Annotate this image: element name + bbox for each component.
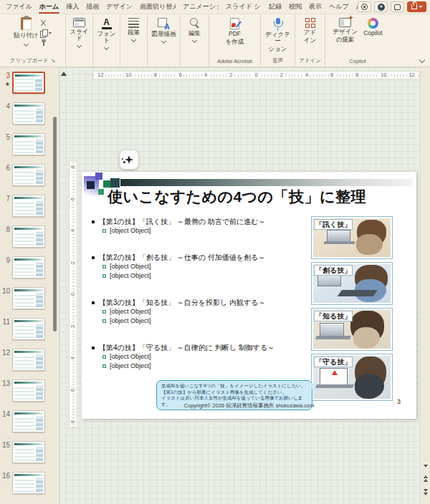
slide-thumbnail-item[interactable]: 12 xyxy=(0,349,52,371)
scroll-down-button[interactable] xyxy=(421,461,430,470)
comments-button[interactable] xyxy=(391,1,404,12)
slide-thumbnail[interactable] xyxy=(12,287,45,309)
ruler-number: 0 xyxy=(70,293,76,296)
slide-thumbnail-item[interactable]: 4 xyxy=(0,102,52,125)
bullet-heading-row: 【第1の技】「訊く技」 ～最善の 助言で前に進む～ xyxy=(92,217,311,226)
menu-tab[interactable]: デザイン xyxy=(102,0,136,14)
slide-menu-button[interactable]: スライド xyxy=(66,17,92,48)
bullet-heading: 【第2の技】「創る技」 ～仕事の 付加価値を創る～ xyxy=(99,253,265,262)
illustration-card-shiru[interactable]: 「知る技」 xyxy=(311,308,393,351)
menu-tab[interactable]: 校閲 xyxy=(285,0,305,14)
create-pdf-button[interactable]: PDF を作成 xyxy=(224,17,246,46)
slide-thumbnail[interactable] xyxy=(12,379,45,402)
sparkle-dot-icon xyxy=(123,161,125,163)
slide-number: 10 xyxy=(2,287,10,295)
slide-thumbnail-item[interactable]: 3 ★ xyxy=(0,72,52,94)
slide-thumbnail-item[interactable]: 15 xyxy=(0,441,52,463)
menu-tab[interactable]: ファイル xyxy=(2,0,36,14)
slide-number-column: 8 xyxy=(0,226,12,233)
menu-tab[interactable]: スライド ショー xyxy=(222,0,265,14)
copyright-footer: Copyright© 2026 宿澤経営情報事務所 shukuzawa.com xyxy=(82,402,416,410)
slide-thumbnail-item[interactable]: 16 xyxy=(0,472,52,494)
slide-title[interactable]: 使いこなすための4つの「技」に整理 xyxy=(108,187,411,207)
dialog-launcher-button[interactable]: ↘ xyxy=(50,58,55,64)
ribbon-collapse-chevron-icon[interactable] xyxy=(419,57,425,63)
slide-thumbnail-item[interactable]: 13 xyxy=(0,379,52,402)
slide-body-text[interactable]: 【第1の技】「訊く技」 ～最善の 助言で前に進む～ [object Object… xyxy=(92,217,311,388)
paragraph-menu-button[interactable]: 段落 xyxy=(126,17,141,42)
drawing-menu-button[interactable]: 図形描画 xyxy=(150,17,178,44)
slide-thumbnail[interactable] xyxy=(12,410,45,432)
menu-tab[interactable]: 表示 xyxy=(305,0,325,14)
slide-thumbnail-item[interactable]: 6 xyxy=(0,164,52,186)
slide-number-column: 3 ★ xyxy=(0,72,12,88)
slide-thumbnail[interactable] xyxy=(12,441,45,463)
slide-thumbnail[interactable] xyxy=(12,195,45,217)
thumbnail-preview-art xyxy=(36,324,43,338)
menu-tab[interactable]: 記録 xyxy=(265,0,285,14)
record-button[interactable] xyxy=(358,1,371,12)
sub-bullet-list: [object Object] [object Object] xyxy=(92,352,311,371)
sub-bullet-text: [object Object] xyxy=(110,226,151,236)
thumbnail-preview-art xyxy=(36,294,43,307)
menu-tab[interactable]: ホーム xyxy=(36,0,62,14)
copilot-canvas-button[interactable] xyxy=(120,150,138,169)
illustration-card-kiku[interactable]: 「訊く技」 xyxy=(311,216,393,259)
addins-button[interactable]: アド イン xyxy=(302,17,317,44)
slide-thumbnail[interactable] xyxy=(12,226,45,248)
slide-thumbnail-item[interactable]: 14 xyxy=(0,410,52,432)
paste-button[interactable]: 貼り付け xyxy=(14,17,38,46)
cameo-button[interactable] xyxy=(374,1,388,12)
slide-thumbnail[interactable] xyxy=(12,349,45,371)
illustration-card-mamoru[interactable]: 「守る技」 xyxy=(311,354,393,401)
illustration-card-tsukuru[interactable]: 「創る技」 xyxy=(311,262,393,305)
slide-number: 4 xyxy=(6,102,10,110)
font-menu-button[interactable]: フォント xyxy=(93,17,120,50)
slide-thumbnail-item[interactable]: 5 xyxy=(0,133,52,155)
previous-slide-button[interactable] xyxy=(421,474,430,483)
share-button[interactable] xyxy=(407,1,426,12)
menu-tab[interactable]: 描画 xyxy=(82,0,102,14)
slide-number-column: 16 xyxy=(0,472,12,480)
sub-bullet-row: [object Object] xyxy=(102,362,311,371)
dictation-button[interactable]: ディクテー ション xyxy=(261,17,295,53)
slide-thumbnail[interactable] xyxy=(12,72,45,94)
editing-menu-button[interactable]: 編集 xyxy=(187,17,202,43)
sparkle-icon xyxy=(125,155,133,164)
design-ideas-button[interactable]: デザイン の提案 xyxy=(331,17,359,44)
slide-number-column: 13 xyxy=(0,379,12,387)
bullet-heading: 【第4の技】「守る技」 ～自律的に 判断し 制御する～ xyxy=(99,343,274,352)
slide-thumbnail[interactable] xyxy=(12,472,45,494)
menu-tab[interactable]: ヘルプ xyxy=(325,0,353,14)
slide-thumbnail-item[interactable]: 8 xyxy=(0,226,52,248)
dictation-label-line1: ディクテー xyxy=(262,32,293,44)
menu-tab[interactable]: 挿入 xyxy=(62,0,82,14)
format-painter-button[interactable] xyxy=(40,39,52,47)
clipboard-small-buttons xyxy=(40,17,52,47)
slide-thumbnail-item[interactable]: 7 xyxy=(0,195,52,217)
slide-number: 9 xyxy=(6,256,10,264)
cut-button[interactable] xyxy=(40,19,52,26)
slide-thumbnail-item[interactable]: 11 xyxy=(0,318,52,340)
slide-header-gradient-bar xyxy=(120,179,413,186)
slide-thumbnail[interactable] xyxy=(12,318,45,340)
menu-tab[interactable]: Acrobat xyxy=(353,0,358,14)
menu-tab[interactable]: 画面切り替え xyxy=(136,0,179,14)
slide-thumbnail[interactable] xyxy=(12,102,45,125)
copy-button[interactable] xyxy=(40,29,52,37)
next-slide-button[interactable] xyxy=(421,488,430,497)
clipboard-group-label: クリップボード xyxy=(10,57,49,64)
slide-thumbnail-item[interactable]: 9 xyxy=(0,256,52,278)
chevron-down-icon xyxy=(192,38,197,43)
slide-thumbnail[interactable] xyxy=(12,164,45,186)
ruler-marker-left-icon[interactable] xyxy=(61,72,67,76)
slide-thumbnail[interactable] xyxy=(12,133,45,155)
copilot-button[interactable]: Copilot xyxy=(362,17,383,37)
thumbnail-panel-scrollbar[interactable] xyxy=(53,117,57,331)
slide-number: 8 xyxy=(6,226,10,233)
slide[interactable]: 使いこなすための4つの「技」に整理 【第1の技】「訊く技」 ～最善の 助言で前に… xyxy=(82,172,416,419)
sub-bullet-square-icon xyxy=(102,265,106,268)
slide-thumbnail[interactable] xyxy=(12,256,45,278)
menu-tab[interactable]: アニメーション xyxy=(179,0,222,14)
slide-thumbnail-item[interactable]: 10 xyxy=(0,287,52,309)
